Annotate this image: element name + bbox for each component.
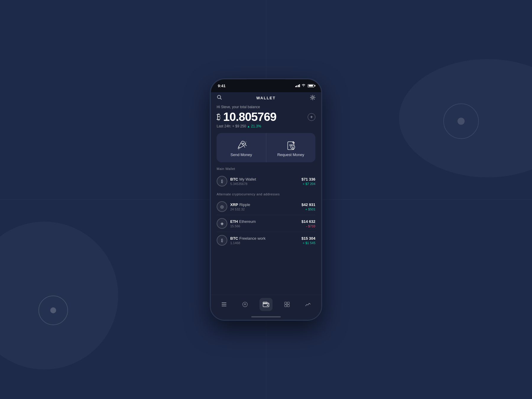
wallet-change-alt: + $501 (301, 207, 315, 211)
svg-rect-13 (222, 304, 226, 305)
wallet-value-alt: $42 931 + $501 (301, 202, 315, 211)
wallet-crypto-amount-alt: 15.566 (230, 224, 301, 228)
balance-number: 10.805769 (223, 110, 276, 124)
wallet-usd-value: $71 336 (301, 177, 315, 181)
wallet-ticker-alt: BTC (230, 236, 238, 241)
nav-wallet[interactable] (259, 298, 273, 311)
wallet-usd-value-alt: $42 931 (301, 202, 315, 207)
wifi-icon (301, 84, 306, 88)
request-money-label: Request Money (277, 153, 304, 157)
bottom-nav (211, 295, 321, 314)
svg-text:+: + (246, 141, 247, 143)
svg-rect-14 (222, 306, 226, 306)
action-buttons: + + Send Money $ Request Money (217, 133, 315, 162)
wallet-value-alt: $14 632 - $733 (301, 219, 315, 228)
coin-icon-alt: ◎ (217, 201, 227, 212)
svg-text:$: $ (292, 146, 294, 149)
wallet-card-alt[interactable]: ◈ ETH Ethereum 15.566 $14 632 - $733 (217, 215, 315, 232)
balance-change-row: Last 24h: + $9 250 ▲ 21.3% (217, 124, 315, 128)
wallet-name-alt: Ripple (239, 202, 250, 207)
svg-text:+: + (238, 148, 240, 151)
wallet-card-main[interactable]: ₿ BTC My Wallet 5.34535678 $71 336 + $7 … (217, 173, 315, 189)
svg-point-2 (312, 97, 314, 98)
svg-rect-22 (287, 305, 289, 307)
request-money-button[interactable]: $ Request Money (266, 133, 316, 162)
circle-right (443, 103, 479, 139)
main-wallet-title: Main Wallet (217, 167, 315, 171)
balance-amount-row: ₿ 10.805769 + (217, 110, 315, 124)
screen: WALLET Hi Steve, your total balance ₿ 10… (211, 92, 321, 320)
wallet-value-alt: $15 304 + $1 545 (301, 236, 315, 245)
battery-icon (308, 84, 314, 87)
svg-rect-12 (222, 302, 226, 303)
nav-send[interactable] (239, 298, 252, 311)
svg-point-18 (267, 305, 268, 306)
svg-rect-19 (285, 302, 287, 304)
wallet-usd-value-alt: $15 304 (301, 236, 315, 241)
status-time: 9:41 (218, 84, 226, 88)
wallet-change: + $7 204 (301, 182, 315, 186)
phone-notch (247, 79, 285, 87)
alt-wallet-title: Alternate cryptocurrency and addresses (217, 192, 315, 196)
wallet-info-alt: BTC Freelance work 1.1468 (230, 236, 301, 245)
wallet-crypto-amount: 5.34535678 (230, 182, 301, 186)
svg-rect-16 (263, 303, 269, 307)
search-icon[interactable] (217, 95, 222, 101)
coin-icon-alt: ◈ (217, 218, 227, 229)
wallet-ticker-alt: XRP (230, 202, 238, 207)
wallet-card-alt[interactable]: ₿ BTC Freelance work 1.1468 $15 304 + $1… (217, 232, 315, 249)
send-money-label: Send Money (231, 153, 252, 157)
main-wallet-list: ₿ BTC My Wallet 5.34535678 $71 336 + $7 … (217, 173, 315, 189)
wallet-name-alt: Ethereum (239, 219, 256, 224)
wave-right (399, 59, 532, 177)
wallet-crypto-amount-alt: 24 532.32 (230, 207, 301, 211)
wallet-section: Main Wallet ₿ BTC My Wallet 5.34535678 $… (211, 167, 321, 295)
wallet-info: BTC My Wallet 5.34535678 (230, 177, 301, 186)
wallet-value: $71 336 + $7 204 (301, 177, 315, 186)
nav-grid[interactable] (280, 298, 293, 311)
svg-rect-20 (287, 302, 289, 304)
svg-line-1 (220, 98, 221, 99)
header-title: WALLET (256, 96, 275, 100)
last24h-amount: + $9 250 (232, 124, 246, 128)
nav-list[interactable] (218, 298, 231, 311)
status-icons (295, 84, 314, 88)
last24h-pct: 21.3% (251, 124, 261, 128)
wallet-crypto-amount-alt: 1.1468 (230, 241, 301, 245)
rocket-icon: + + (234, 138, 248, 153)
wallet-info-alt: XRP Ripple 24 532.32 (230, 202, 301, 211)
settings-icon[interactable] (310, 95, 315, 101)
add-balance-button[interactable]: + (308, 113, 315, 121)
wallet-ticker-alt: ETH (230, 219, 238, 224)
svg-point-3 (243, 143, 244, 144)
header: WALLET (211, 92, 321, 105)
wallet-change-alt: + $1 545 (301, 241, 315, 245)
wallet-usd-value-alt: $14 632 (301, 219, 315, 224)
coin-icon-btc: ₿ (217, 176, 227, 186)
last24h-label: Last 24h: (217, 124, 231, 128)
send-money-button[interactable]: + + Send Money (217, 133, 266, 162)
phone-frame: 9:41 (210, 78, 322, 321)
wallet-change-alt: - $733 (301, 224, 315, 228)
nav-chart[interactable] (301, 298, 314, 311)
arrow-up-icon: ▲ (247, 125, 250, 128)
signal-icon (295, 84, 300, 87)
circle-left (38, 296, 68, 325)
coin-icon-alt: ₿ (217, 235, 227, 246)
home-indicator (211, 314, 321, 320)
alt-wallet-list: ◎ XRP Ripple 24 532.32 $42 931 + $501 ◈ … (217, 198, 315, 249)
wallet-ticker: BTC (230, 177, 238, 181)
home-bar (251, 316, 281, 317)
wallet-info-alt: ETH Ethereum 15.566 (230, 219, 301, 228)
request-icon: $ (284, 138, 298, 153)
btc-symbol: ₿ (217, 112, 221, 122)
balance-section: Hi Steve, your total balance ₿ 10.805769… (211, 105, 321, 133)
svg-rect-21 (285, 305, 287, 307)
wallet-card-alt[interactable]: ◎ XRP Ripple 24 532.32 $42 931 + $501 (217, 198, 315, 215)
svg-rect-17 (263, 302, 267, 303)
wallet-name: My Wallet (239, 177, 256, 181)
wallet-name-alt: Freelance work (239, 236, 266, 241)
balance-greeting: Hi Steve, your total balance (217, 105, 315, 109)
wave-left (0, 222, 118, 369)
